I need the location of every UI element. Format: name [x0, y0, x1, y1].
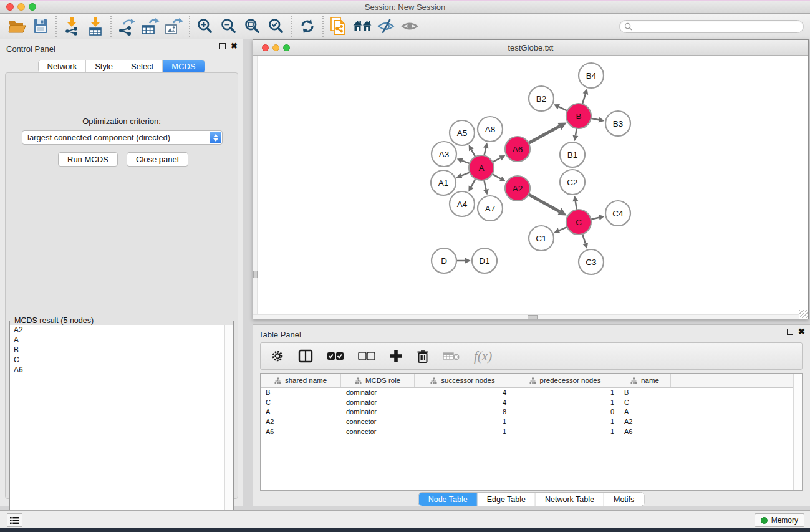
table-cell[interactable]: B: [261, 388, 341, 398]
tab-network-table[interactable]: Network Table: [536, 493, 604, 506]
criterion-dropdown[interactable]: largest connected component (directed): [22, 130, 223, 145]
tab-mcds[interactable]: MCDS: [163, 60, 204, 72]
table-cell[interactable]: A2: [619, 417, 671, 427]
table-cell[interactable]: connector: [341, 417, 415, 427]
select-all-button[interactable]: [327, 352, 344, 360]
tab-select[interactable]: Select: [122, 60, 163, 72]
mcds-result-item[interactable]: B: [10, 345, 233, 355]
graph-edge-B-B3[interactable]: [591, 118, 599, 120]
mcds-result-scrollbar[interactable]: [224, 325, 233, 526]
network-hscroll-thumb[interactable]: [528, 315, 538, 319]
graph-edge-A-A7[interactable]: [484, 180, 486, 190]
delete-column-button[interactable]: [417, 349, 429, 364]
zoom-fit-button[interactable]: [241, 16, 264, 37]
column-header-shared-name[interactable]: shared name: [261, 374, 341, 387]
graph-edge-A6-B[interactable]: [529, 127, 560, 143]
run-mcds-button[interactable]: Run MCDS: [58, 152, 118, 167]
network-horizontal-scrollbar[interactable]: [253, 314, 799, 319]
column-header-successor-nodes[interactable]: successor nodes: [415, 374, 511, 387]
table-cell[interactable]: 4: [415, 398, 511, 408]
export-table-button[interactable]: [138, 16, 162, 37]
export-image-button[interactable]: [162, 16, 186, 37]
open-file-button[interactable]: [5, 16, 29, 37]
network-canvas[interactable]: B4B2BB3A5A8A6A3B1AC2A1A2A4A7C4CC1DD1C3: [253, 56, 808, 319]
close-panel-icon[interactable]: ✖: [231, 43, 238, 49]
graph-edge-A-A4[interactable]: [471, 179, 476, 187]
table-cell[interactable]: dominator: [341, 407, 415, 417]
table-cell[interactable]: 1: [415, 427, 511, 437]
mcds-result-item[interactable]: A6: [10, 365, 233, 375]
table-cell[interactable]: dominator: [341, 398, 415, 408]
hide-panels-button[interactable]: [374, 16, 398, 37]
graph-edge-A-A2[interactable]: [492, 174, 501, 179]
column-header-name[interactable]: name: [619, 374, 671, 387]
float-table-panel-icon[interactable]: [787, 329, 793, 335]
graph-edge-A-A8[interactable]: [484, 148, 486, 155]
export-network-button[interactable]: [115, 16, 138, 37]
delete-table-button[interactable]: [443, 351, 460, 361]
node-table-scrollbar[interactable]: [793, 374, 802, 490]
table-cell[interactable]: 1: [511, 417, 619, 427]
memory-button[interactable]: Memory: [755, 513, 804, 527]
table-cell[interactable]: 1: [511, 427, 619, 437]
graph-edge-B-B2[interactable]: [559, 107, 567, 110]
table-cell[interactable]: 4: [415, 388, 511, 398]
tab-edge-table[interactable]: Edge Table: [478, 493, 536, 506]
show-panels-button[interactable]: [398, 16, 422, 37]
table-cell[interactable]: A6: [619, 427, 671, 437]
task-history-button[interactable]: [7, 513, 22, 527]
table-row[interactable]: Cdominator41C: [261, 398, 802, 408]
graph-edge-C-C1[interactable]: [559, 227, 567, 231]
mcds-result-list[interactable]: A2ABCA6: [10, 325, 233, 526]
graph-edge-A-A1[interactable]: [461, 172, 470, 175]
import-network-button[interactable]: [60, 16, 84, 37]
mcds-result-item[interactable]: C: [10, 355, 233, 365]
table-cell[interactable]: C: [619, 398, 671, 408]
network-vscroll-thumb[interactable]: [253, 271, 258, 278]
graph-edge-C-C3[interactable]: [582, 234, 586, 243]
table-cell[interactable]: C: [261, 398, 341, 408]
graph-edge-A2-C[interactable]: [529, 195, 560, 211]
table-cell[interactable]: 1: [511, 398, 619, 408]
table-cell[interactable]: A: [619, 407, 671, 417]
table-cell[interactable]: 0: [511, 407, 619, 417]
graph-edge-A-A3[interactable]: [462, 161, 470, 163]
network-window-titlebar[interactable]: testGlobe.txt: [253, 40, 808, 56]
mcds-result-item[interactable]: A2: [10, 325, 233, 335]
table-row[interactable]: Adominator80A: [261, 407, 802, 417]
table-cell[interactable]: A2: [261, 417, 341, 427]
mcds-result-item[interactable]: A: [10, 335, 233, 345]
graph-edge-B-B1[interactable]: [576, 128, 577, 136]
float-panel-icon[interactable]: [219, 43, 226, 49]
save-session-button[interactable]: [29, 16, 52, 37]
refresh-button[interactable]: [296, 16, 319, 37]
table-cell[interactable]: 1: [415, 417, 511, 427]
graph-edge-A-A5[interactable]: [471, 150, 475, 157]
column-layout-button[interactable]: [298, 349, 313, 363]
add-column-button[interactable]: [389, 349, 403, 363]
table-cell[interactable]: 1: [511, 388, 619, 398]
tab-node-table[interactable]: Node Table: [419, 493, 478, 506]
home-button[interactable]: [350, 16, 374, 37]
graph-edge-A-A6[interactable]: [493, 158, 501, 162]
table-row[interactable]: A2connector11A2: [261, 417, 802, 427]
table-settings-button[interactable]: [271, 349, 284, 363]
zoom-out-button[interactable]: [217, 16, 241, 37]
table-cell[interactable]: dominator: [341, 388, 415, 398]
column-header-MCDS-role[interactable]: MCDS role: [341, 374, 415, 387]
deselect-all-button[interactable]: [358, 352, 375, 360]
search-input[interactable]: [632, 22, 803, 32]
table-cell[interactable]: B: [619, 388, 671, 398]
table-cell[interactable]: 8: [415, 407, 511, 417]
zoom-in-button[interactable]: [193, 16, 217, 37]
import-table-button[interactable]: [84, 16, 107, 37]
table-cell[interactable]: connector: [341, 427, 415, 437]
table-row[interactable]: Bdominator41B: [261, 388, 802, 398]
close-table-panel-icon[interactable]: ✖: [798, 329, 805, 335]
window-resize-grip[interactable]: [799, 310, 808, 318]
table-cell[interactable]: A: [261, 407, 341, 417]
graph-edge-C-C4[interactable]: [591, 218, 599, 220]
graph-edge-C-C2[interactable]: [576, 201, 577, 210]
table-row[interactable]: A6connector11A6: [261, 427, 802, 437]
tab-network[interactable]: Network: [38, 60, 86, 72]
